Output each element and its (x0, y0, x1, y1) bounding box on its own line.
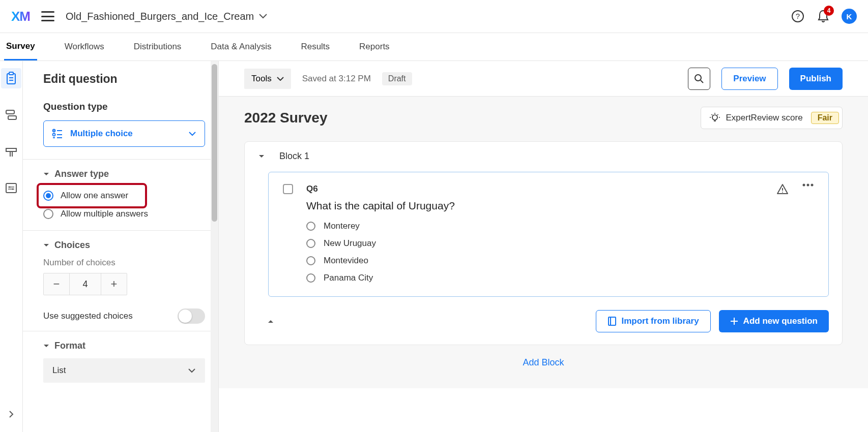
plus-icon (730, 317, 738, 325)
preview-button[interactable]: Preview (721, 68, 777, 90)
radio-icon (306, 273, 315, 283)
format-select[interactable]: List (43, 358, 205, 383)
expert-score-value: Fair (811, 112, 839, 124)
search-icon (694, 74, 704, 84)
svg-line-30 (712, 114, 713, 115)
rail-expand-icon[interactable] (1, 404, 21, 424)
svg-rect-6 (6, 110, 14, 114)
bell-icon[interactable]: 4 (816, 9, 830, 23)
tab-reports[interactable]: Reports (357, 33, 392, 60)
question-option[interactable]: Montevideo (306, 256, 814, 266)
question-text[interactable]: What is the capital of Uruguay? (306, 200, 814, 212)
import-from-library-button[interactable]: Import from library (596, 310, 711, 332)
question-card[interactable]: Q6 What is the capital of Uruguay? Monte… (268, 172, 829, 297)
tab-data-analysis[interactable]: Data & Analysis (209, 33, 273, 60)
radio-icon (306, 256, 315, 265)
question-type-value: Multiple choice (70, 129, 133, 139)
question-type-heading: Question type (43, 101, 205, 112)
menu-icon[interactable] (41, 11, 54, 21)
question-block: Block 1 Q6 What is the capital of Ur (244, 141, 843, 345)
survey-title[interactable]: 2022 Survey (244, 110, 327, 126)
svg-point-35 (807, 184, 809, 187)
tab-survey[interactable]: Survey (4, 33, 37, 60)
lightbulb-icon (709, 112, 720, 124)
svg-point-36 (811, 184, 814, 187)
svg-rect-11 (6, 183, 16, 193)
search-button[interactable] (688, 68, 710, 90)
choices-section: Choices Number of choices − 4 + Use sugg… (23, 230, 218, 331)
tab-results[interactable]: Results (299, 33, 332, 60)
tab-workflows[interactable]: Workflows (63, 33, 106, 60)
allow-one-answer-radio[interactable]: Allow one answer (40, 187, 143, 205)
chevron-down-icon (277, 77, 284, 81)
chevron-down-icon (188, 368, 196, 373)
question-option[interactable]: Panama City (306, 273, 814, 283)
more-icon[interactable] (802, 183, 814, 187)
chevron-down-icon (188, 131, 196, 136)
svg-point-25 (712, 115, 717, 120)
edit-panel-title: Edit question (43, 72, 205, 86)
svg-rect-8 (6, 148, 16, 151)
library-icon (607, 316, 617, 326)
edit-panel-scrollbar[interactable] (211, 61, 218, 432)
allow-multiple-answers-radio[interactable]: Allow multiple answers (43, 205, 205, 223)
add-block-link[interactable]: Add Block (523, 357, 564, 367)
stepper-minus[interactable]: − (44, 273, 69, 295)
choices-header[interactable]: Choices (43, 240, 205, 251)
multiple-choice-icon (52, 129, 63, 139)
chevron-down-icon (259, 14, 267, 19)
svg-line-31 (717, 114, 718, 115)
rail-flow-icon[interactable] (1, 105, 21, 125)
xm-logo[interactable]: XM (11, 9, 30, 24)
answer-type-section: Answer type Allow one answer Allow multi… (23, 159, 218, 230)
answer-type-header[interactable]: Answer type (43, 169, 205, 179)
radio-icon (306, 222, 315, 231)
format-section: Format List (23, 331, 218, 390)
svg-rect-7 (8, 116, 16, 119)
stepper-plus[interactable]: + (101, 273, 127, 295)
radio-off-icon (43, 209, 53, 219)
caret-up-icon[interactable] (267, 319, 274, 324)
block-label[interactable]: Block 1 (279, 151, 309, 162)
question-option[interactable]: New Uruguay (306, 238, 814, 249)
project-name: Old_Fashioned_Burgers_and_Ice_Cream (66, 11, 254, 22)
svg-text:?: ? (796, 12, 800, 20)
svg-point-34 (803, 184, 805, 187)
tools-dropdown[interactable]: Tools (244, 69, 291, 89)
user-avatar[interactable]: K (842, 9, 857, 24)
rail-look-feel-icon[interactable] (1, 141, 21, 162)
notification-badge: 4 (824, 6, 834, 16)
expert-review-score[interactable]: ExpertReview score Fair (701, 107, 843, 129)
svg-point-19 (53, 134, 55, 136)
caret-down-icon (43, 243, 49, 248)
rail-survey-icon[interactable] (1, 68, 21, 88)
caret-down-icon[interactable] (258, 154, 265, 159)
svg-rect-3 (9, 72, 13, 75)
survey-canvas: Tools Saved at 3:12 PM Draft Preview Pub… (219, 61, 868, 432)
num-choices-label: Number of choices (43, 258, 205, 268)
tab-distributions[interactable]: Distributions (132, 33, 184, 60)
svg-line-24 (701, 80, 703, 83)
project-name-dropdown[interactable]: Old_Fashioned_Burgers_and_Ice_Cream (66, 11, 267, 22)
question-type-selector[interactable]: Multiple choice (43, 120, 205, 147)
warning-icon[interactable] (776, 183, 789, 195)
suggested-choices-label: Use suggested choices (43, 311, 133, 321)
suggested-choices-toggle[interactable] (178, 308, 205, 324)
publish-button[interactable]: Publish (789, 68, 843, 90)
draft-chip: Draft (382, 72, 412, 85)
add-new-question-button[interactable]: Add new question (719, 310, 829, 332)
rail-options-icon[interactable] (1, 178, 21, 198)
main-tabs: Survey Workflows Distributions Data & An… (0, 33, 868, 61)
format-header[interactable]: Format (43, 341, 205, 351)
radio-on-icon (43, 191, 53, 201)
caret-down-icon (43, 172, 49, 176)
svg-point-17 (53, 130, 54, 131)
edit-panel: Edit question Question type Multiple cho… (23, 61, 219, 432)
top-header: XM Old_Fashioned_Burgers_and_Ice_Cream ?… (0, 0, 868, 33)
canvas-toolbar: Tools Saved at 3:12 PM Draft Preview Pub… (219, 61, 868, 97)
help-icon[interactable]: ? (791, 9, 805, 23)
stepper-value: 4 (69, 273, 101, 295)
question-checkbox[interactable] (283, 184, 293, 194)
question-option[interactable]: Monterey (306, 221, 814, 231)
radio-icon (306, 239, 315, 248)
